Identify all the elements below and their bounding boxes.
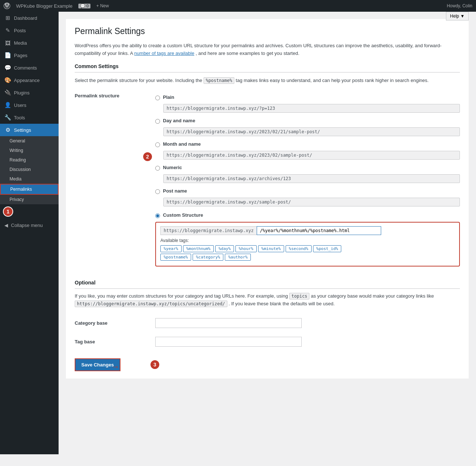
- tags-available-link[interactable]: number of tags are available: [134, 51, 194, 56]
- optional-description: If you like, you may enter custom struct…: [75, 292, 460, 308]
- custom-structure-box: https://bloggermigrate.instawp.xyz Avail…: [155, 222, 460, 266]
- common-settings-title: Common Settings: [75, 63, 460, 72]
- sidebar-item-users[interactable]: 👤 Users: [0, 99, 59, 111]
- sidebar-item-media[interactable]: 🖼 Media: [0, 37, 59, 49]
- tag-author[interactable]: %author%: [225, 254, 251, 261]
- custom-structure-content: https://bloggermigrate.instawp.xyz Avail…: [160, 226, 455, 261]
- settings-submenu: General Writing Reading Discussion Media…: [0, 136, 59, 204]
- radio-numeric-input[interactable]: [155, 166, 160, 171]
- sidebar-item-pages[interactable]: 📄 Pages: [0, 49, 59, 61]
- help-button[interactable]: Help ▼: [446, 12, 469, 20]
- submit-wrap: Save Changes 3 ←: [75, 358, 460, 371]
- tools-icon: 🔧: [4, 114, 11, 121]
- sidebar-item-tools[interactable]: 🔧 Tools: [0, 111, 59, 124]
- collapse-icon: ◀: [4, 223, 8, 228]
- radio-custom-label[interactable]: Custom Structure: [163, 212, 203, 218]
- settings-icon: ⚙: [4, 127, 11, 133]
- tag-base-input[interactable]: [155, 337, 302, 347]
- radio-month-name-input[interactable]: [155, 142, 160, 147]
- custom-structure-input[interactable]: [257, 226, 381, 235]
- tags-row-1: %year% %monthnum% %day% %hour% %minute% …: [160, 245, 455, 252]
- permalink-options: Plain https://bloggermigrate.instawp.xyz…: [155, 90, 460, 269]
- settings-wrap: Permalink Settings WordPress offers you …: [66, 19, 469, 379]
- category-base-label: Category base: [75, 320, 108, 326]
- howdy-user[interactable]: Howdy, Colin: [447, 3, 472, 8]
- radio-day-name-input[interactable]: [155, 119, 160, 124]
- radio-month-name: Month and name: [155, 139, 460, 149]
- custom-structure-wrapper: Custom Structure https://bloggermigrate.…: [155, 210, 460, 266]
- available-tags-label: Available tags:: [160, 238, 455, 243]
- optional-title: Optional: [75, 280, 460, 289]
- tag-base-row: Tag base: [75, 332, 460, 351]
- topics-url-code: https://bloggermigrate.instawp.xyz/topic…: [75, 301, 227, 307]
- arrow-3: ←: [111, 362, 119, 372]
- post-name-url: https://bloggermigrate.instawp.xyz/sampl…: [163, 198, 460, 206]
- submenu-general[interactable]: General: [0, 136, 59, 146]
- submenu-discussion[interactable]: Discussion: [0, 165, 59, 174]
- tag-second[interactable]: %second%: [286, 245, 312, 252]
- submenu-reading[interactable]: Reading: [0, 155, 59, 165]
- radio-numeric: Numeric: [155, 163, 460, 173]
- custom-base-url: https://bloggermigrate.instawp.xyz: [160, 226, 257, 235]
- sidebar-item-posts[interactable]: ✎ Posts: [0, 24, 59, 37]
- submenu-permalinks[interactable]: Permalinks: [0, 184, 59, 195]
- radio-numeric-label[interactable]: Numeric: [163, 165, 182, 170]
- dashboard-icon: ⊞: [4, 15, 11, 21]
- main-content: Help ▼ Permalink Settings WordPress offe…: [59, 12, 476, 454]
- numeric-url: https://bloggermigrate.instawp.xyz/archi…: [163, 174, 460, 183]
- new-content[interactable]: + New: [96, 3, 109, 8]
- custom-url-row: https://bloggermigrate.instawp.xyz: [160, 226, 455, 235]
- postname-tag: %postname%: [204, 77, 234, 84]
- category-base-row: Category base: [75, 314, 460, 332]
- media-icon: 🖼: [4, 40, 11, 46]
- tag-year[interactable]: %year%: [160, 245, 182, 252]
- tag-monthnum[interactable]: %monthnum%: [183, 245, 214, 252]
- radio-custom-input[interactable]: [155, 213, 160, 218]
- help-button-wrap: Help ▼: [446, 12, 469, 20]
- sidebar-item-dashboard[interactable]: ⊞ Dashboard: [0, 12, 59, 24]
- submenu-privacy[interactable]: Privacy: [0, 195, 59, 204]
- submenu-writing[interactable]: Writing: [0, 146, 59, 155]
- pages-icon: 📄: [4, 52, 11, 59]
- day-name-url: https://bloggermigrate.instawp.xyz/2023/…: [163, 127, 460, 136]
- tag-day[interactable]: %day%: [215, 245, 234, 252]
- admin-sidebar: ⊞ Dashboard ✎ Posts 🖼 Media 📄 Pages 💬 Co…: [0, 12, 59, 454]
- radio-month-name-label[interactable]: Month and name: [163, 141, 201, 147]
- optional-section: Optional If you like, you may enter cust…: [75, 280, 460, 371]
- tag-postname[interactable]: %postname%: [160, 254, 191, 261]
- sidebar-item-settings[interactable]: ⚙ Settings: [0, 124, 59, 136]
- permalink-table: Permalink structure Plain https://blogge…: [75, 90, 460, 269]
- comments-bubble[interactable]: 💬 0: [78, 4, 90, 8]
- page-description: WordPress offers you the ability to crea…: [75, 42, 460, 57]
- users-icon: 👤: [4, 102, 11, 108]
- tag-category[interactable]: %category%: [193, 254, 223, 261]
- page-title: Permalink Settings: [75, 26, 460, 36]
- collapse-menu[interactable]: ◀ Collapse menu: [0, 220, 59, 231]
- tag-minute[interactable]: %minute%: [258, 245, 284, 252]
- wp-logo-icon[interactable]: [4, 3, 10, 9]
- tag-hour[interactable]: %hour%: [235, 245, 257, 252]
- sidebar-item-plugins[interactable]: 🔌 Plugins: [0, 86, 59, 99]
- radio-plain-input[interactable]: [155, 96, 160, 100]
- submenu-media-settings[interactable]: Media: [0, 174, 59, 184]
- posts-icon: ✎: [4, 27, 11, 34]
- site-name[interactable]: WPKube Blogger Example: [16, 3, 72, 9]
- annotation-3: 3: [150, 359, 160, 370]
- plugins-icon: 🔌: [4, 89, 11, 96]
- radio-plain-label[interactable]: Plain: [163, 94, 174, 100]
- radio-post-name-input[interactable]: [155, 189, 160, 194]
- sidebar-item-appearance[interactable]: 🎨 Appearance: [0, 74, 59, 86]
- radio-post-name-label[interactable]: Post name: [163, 188, 187, 194]
- annotation-1: 1: [3, 206, 13, 217]
- radio-day-name-label[interactable]: Day and name: [163, 118, 195, 123]
- sidebar-item-comments[interactable]: 💬 Comments: [0, 61, 59, 74]
- month-name-url: https://bloggermigrate.instawp.xyz/2023/…: [163, 151, 460, 160]
- optional-form-table: Category base Tag base: [75, 314, 460, 351]
- category-base-input[interactable]: [155, 318, 302, 328]
- radio-day-name: Day and name: [155, 116, 460, 126]
- tag-post-id[interactable]: %post_id%: [313, 245, 342, 252]
- topics-code: topics: [289, 293, 309, 299]
- radio-custom: Custom Structure: [155, 210, 460, 220]
- comments-icon: 💬: [4, 64, 11, 71]
- radio-plain: Plain: [155, 92, 460, 102]
